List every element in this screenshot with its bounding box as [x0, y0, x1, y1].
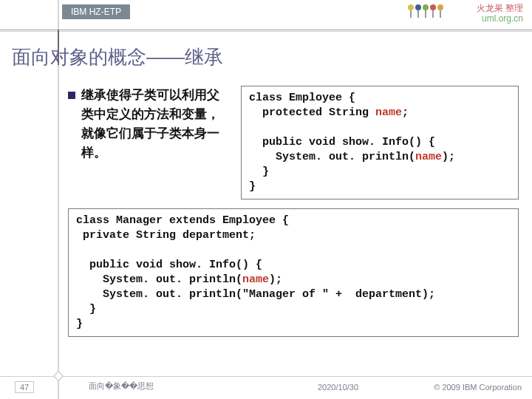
divider: [0, 30, 532, 30]
code-block-manager: class Manager extends Employee { private…: [68, 208, 519, 337]
watermark: 火龙果 整理 uml.org.cn: [477, 3, 523, 24]
watermark-line1: 火龙果 整理: [477, 3, 523, 13]
footer-copyright: © 2009 IBM Corporation: [434, 383, 522, 392]
header-bar: IBM HZ-ETP 火龙果 整理 uml.org.cn: [0, 0, 532, 31]
person-icon: [437, 4, 443, 18]
footer-date: 2020/10/30: [318, 383, 358, 392]
code-highlight: name: [415, 151, 442, 163]
person-icon: [423, 4, 429, 18]
code-text: );: [442, 151, 455, 163]
code-highlight: name: [242, 273, 269, 286]
footer-center-label: 面向�象��思想: [89, 381, 154, 392]
footer-divider: [0, 376, 532, 377]
bullet-square-icon: [68, 92, 75, 99]
code-highlight: name: [375, 106, 402, 119]
bullet-item: 继承使得子类可以利用父类中定义的方法和变量，就像它们属于子类本身一样。: [68, 86, 231, 163]
code-text: );: [269, 273, 282, 286]
code-line: private String department;: [76, 229, 256, 242]
code-line: }: [249, 180, 256, 193]
code-line: }: [76, 303, 96, 316]
code-line: class Manager extends Employee {: [76, 214, 289, 227]
slide-title: 面向对象的概念——继承: [12, 44, 223, 70]
code-line: System. out. println(: [76, 273, 242, 286]
code-text: ;: [402, 106, 409, 119]
slide: IBM HZ-ETP 火龙果 整理 uml.org.cn 面向对象的概念——继承…: [0, 0, 532, 399]
code-line: }: [249, 166, 269, 178]
page-number: 47: [15, 381, 34, 393]
person-icon: [430, 4, 436, 18]
code-line: class Employee {: [249, 92, 355, 104]
code-line: public void show. Info() {: [249, 136, 435, 149]
person-icon: [415, 4, 421, 18]
header-people-icons: [408, 4, 443, 18]
watermark-line2: uml.org.cn: [477, 13, 523, 24]
code-line: }: [76, 318, 83, 330]
code-line: System. out. println("Manager of " + dep…: [76, 288, 435, 301]
footer: 47 面向�象��思想 2020/10/30 © 2009 IBM Corpor…: [0, 378, 532, 393]
code-line: System. out. println(: [249, 151, 415, 163]
header-tab: IBM HZ-ETP: [62, 4, 130, 19]
code-line: protected String: [249, 106, 375, 119]
bullet-text: 继承使得子类可以利用父类中定义的方法和变量，就像它们属于子类本身一样。: [81, 86, 231, 163]
code-line: public void show. Info() {: [76, 259, 262, 271]
content-area: 继承使得子类可以利用父类中定义的方法和变量，就像它们属于子类本身一样。 clas…: [68, 86, 519, 337]
person-icon: [408, 4, 414, 18]
code-block-employee: class Employee { protected String name; …: [241, 86, 519, 200]
bullet-block: 继承使得子类可以利用父类中定义的方法和变量，就像它们属于子类本身一样。: [68, 86, 231, 163]
divider: [0, 31, 532, 32]
row-top: 继承使得子类可以利用父类中定义的方法和变量，就像它们属于子类本身一样。 clas…: [68, 86, 519, 200]
